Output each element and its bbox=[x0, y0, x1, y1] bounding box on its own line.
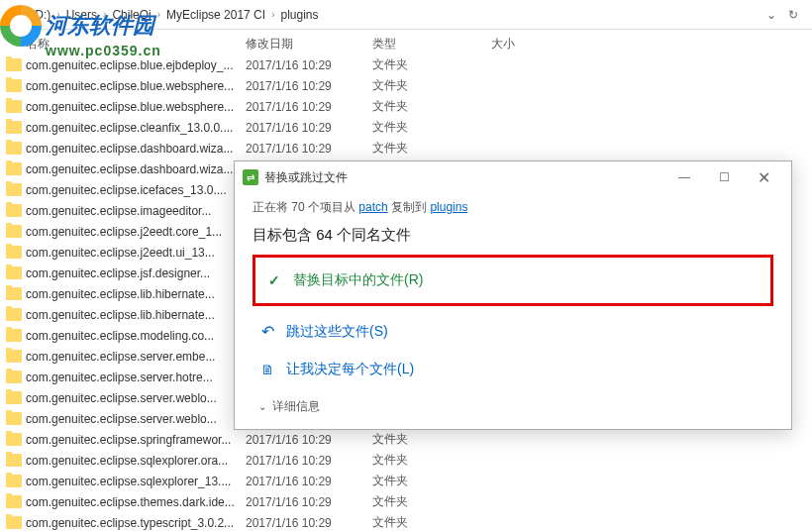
folder-icon bbox=[6, 58, 22, 71]
folder-icon bbox=[6, 142, 22, 155]
chevron-right-icon: › bbox=[54, 9, 61, 20]
file-type: 文件夹 bbox=[372, 98, 491, 115]
file-name: com.genuitec.eclipse.dashboard.wiza... bbox=[26, 142, 246, 156]
dialog-titlebar[interactable]: ⇄ 替换或跳过文件 — ☐ ✕ bbox=[235, 161, 791, 193]
column-headers: 名称 修改日期 类型 大小 bbox=[0, 30, 812, 53]
folder-icon bbox=[6, 371, 22, 383]
file-row[interactable]: com.genuitec.eclipse.themes.dark.ide... … bbox=[0, 491, 812, 512]
dialog-heading: 目标包含 64 个同名文件 bbox=[253, 226, 773, 245]
file-type: 文件夹 bbox=[372, 514, 491, 531]
file-row[interactable]: com.genuitec.eclipse.sqlexplorer_13.... … bbox=[0, 471, 812, 491]
chevron-right-icon: › bbox=[101, 9, 108, 20]
file-name: com.genuitec.eclipse.server.weblo... bbox=[26, 391, 246, 405]
replace-label: 替换目标中的文件(R) bbox=[293, 271, 423, 289]
folder-icon bbox=[6, 204, 22, 217]
breadcrumb-item[interactable]: plugins bbox=[276, 8, 322, 22]
file-date: 2017/1/16 10:29 bbox=[246, 475, 372, 488]
source-link[interactable]: patch bbox=[358, 200, 387, 214]
file-name: com.genuitec.eclipse.jsf.designer... bbox=[26, 266, 246, 280]
dialog-message: 正在将 70 个项目从 patch 复制到 plugins bbox=[253, 199, 773, 216]
file-date: 2017/1/16 10:29 bbox=[246, 433, 372, 447]
file-row[interactable]: com.genuitec.eclipse.cleanfix_13.0.0....… bbox=[0, 117, 812, 138]
dropdown-chevron-icon[interactable]: ⌄ bbox=[761, 8, 782, 22]
file-name: com.genuitec.eclipse.j2eedt.ui_13... bbox=[26, 246, 246, 260]
file-name: com.genuitec.eclipse.dashboard.wiza... bbox=[26, 162, 246, 176]
file-name: com.genuitec.eclipse.blue.websphere... bbox=[26, 79, 246, 93]
file-date: 2017/1/16 10:29 bbox=[246, 495, 372, 509]
file-name: com.genuitec.eclipse.blue.ejbdeploy_... bbox=[26, 58, 246, 72]
column-name[interactable]: 名称 bbox=[26, 36, 246, 53]
chevron-down-icon: ⌄ bbox=[258, 401, 266, 412]
file-row[interactable]: com.genuitec.eclipse.blue.websphere... 2… bbox=[0, 96, 812, 117]
column-date[interactable]: 修改日期 bbox=[246, 36, 372, 53]
chevron-right-icon: › bbox=[269, 9, 276, 20]
file-name: com.genuitec.eclipse.imageeditor... bbox=[26, 204, 246, 218]
chevron-right-icon: › bbox=[8, 9, 15, 20]
column-type[interactable]: 类型 bbox=[372, 36, 491, 53]
file-date: 2017/1/16 10:29 bbox=[246, 100, 372, 114]
folder-icon bbox=[6, 350, 22, 363]
folder-icon bbox=[6, 79, 22, 92]
folder-icon bbox=[6, 516, 22, 529]
compare-icon: 🗎 bbox=[258, 362, 276, 377]
breadcrumb-item[interactable]: MyEclipse 2017 CI bbox=[162, 8, 269, 22]
folder-icon bbox=[6, 287, 22, 300]
file-type: 文件夹 bbox=[372, 140, 491, 157]
minimize-button[interactable]: — bbox=[664, 163, 704, 191]
folder-icon bbox=[6, 308, 22, 321]
folder-icon bbox=[6, 412, 22, 425]
folder-icon bbox=[6, 454, 22, 467]
file-name: com.genuitec.eclipse.sqlexplorer.ora... bbox=[26, 454, 246, 468]
file-type: 文件夹 bbox=[372, 452, 491, 469]
file-name: com.genuitec.eclipse.server.hotre... bbox=[26, 371, 246, 384]
breadcrumb-item[interactable]: D (D:) bbox=[15, 8, 54, 22]
folder-icon bbox=[6, 266, 22, 279]
breadcrumb-item[interactable]: Users bbox=[62, 8, 101, 22]
replace-skip-dialog: ⇄ 替换或跳过文件 — ☐ ✕ 正在将 70 个项目从 patch 复制到 pl… bbox=[234, 160, 792, 430]
file-name: com.genuitec.eclipse.springframewor... bbox=[26, 433, 246, 447]
close-button[interactable]: ✕ bbox=[744, 163, 783, 191]
copy-icon: ⇄ bbox=[243, 169, 258, 185]
file-name: com.genuitec.eclipse.j2eedt.core_1... bbox=[26, 225, 246, 239]
file-type: 文件夹 bbox=[372, 431, 491, 448]
refresh-icon[interactable]: ↻ bbox=[782, 8, 804, 22]
file-name: com.genuitec.eclipse.themes.dark.ide... bbox=[26, 495, 246, 509]
destination-link[interactable]: plugins bbox=[430, 200, 467, 214]
skip-icon: ↶ bbox=[258, 322, 276, 341]
column-size[interactable]: 大小 bbox=[491, 36, 590, 53]
file-row[interactable]: com.genuitec.eclipse.dashboard.wiza... 2… bbox=[0, 138, 812, 159]
file-name: com.genuitec.eclipse.lib.hibernate... bbox=[26, 308, 246, 322]
file-name: com.genuitec.eclipse.typescript_3.0.2... bbox=[26, 516, 246, 530]
file-name: com.genuitec.eclipse.blue.websphere... bbox=[26, 100, 246, 114]
file-name: com.genuitec.eclipse.icefaces_13.0.... bbox=[26, 183, 246, 197]
file-row[interactable]: com.genuitec.eclipse.blue.websphere... 2… bbox=[0, 75, 812, 96]
folder-icon bbox=[6, 246, 22, 259]
skip-label: 跳过这些文件(S) bbox=[286, 323, 388, 341]
file-name: com.genuitec.eclipse.modeling.co... bbox=[26, 329, 246, 343]
replace-option[interactable]: ✓ 替换目标中的文件(R) bbox=[259, 262, 766, 299]
details-label: 详细信息 bbox=[272, 398, 320, 415]
maximize-button[interactable]: ☐ bbox=[704, 163, 744, 191]
details-toggle[interactable]: ⌄ 详细信息 bbox=[253, 388, 773, 415]
file-date: 2017/1/16 10:29 bbox=[246, 58, 372, 72]
folder-icon bbox=[6, 475, 22, 487]
breadcrumb: › D (D:) › Users › ChileQi › MyEclipse 2… bbox=[0, 0, 812, 30]
file-row[interactable]: com.genuitec.eclipse.blue.ejbdeploy_... … bbox=[0, 54, 812, 75]
file-row[interactable]: com.genuitec.eclipse.springframewor... 2… bbox=[0, 429, 812, 450]
highlight-annotation: ✓ 替换目标中的文件(R) bbox=[253, 255, 773, 306]
file-date: 2017/1/16 10:29 bbox=[246, 516, 372, 530]
folder-icon bbox=[6, 495, 22, 508]
folder-icon bbox=[6, 183, 22, 196]
breadcrumb-item[interactable]: ChileQi bbox=[108, 8, 154, 22]
check-icon: ✓ bbox=[265, 272, 283, 288]
file-type: 文件夹 bbox=[372, 77, 491, 94]
file-row[interactable]: com.genuitec.eclipse.sqlexplorer.ora... … bbox=[0, 450, 812, 471]
file-row[interactable]: com.genuitec.eclipse.typescript_3.0.2...… bbox=[0, 512, 812, 531]
decide-option[interactable]: 🗎 让我决定每个文件(L) bbox=[253, 351, 773, 388]
skip-option[interactable]: ↶ 跳过这些文件(S) bbox=[253, 312, 773, 351]
file-date: 2017/1/16 10:29 bbox=[246, 79, 372, 93]
file-date: 2017/1/16 10:29 bbox=[246, 121, 372, 135]
dialog-title: 替换或跳过文件 bbox=[264, 169, 664, 186]
file-name: com.genuitec.eclipse.sqlexplorer_13.... bbox=[26, 475, 246, 488]
file-type: 文件夹 bbox=[372, 493, 491, 510]
